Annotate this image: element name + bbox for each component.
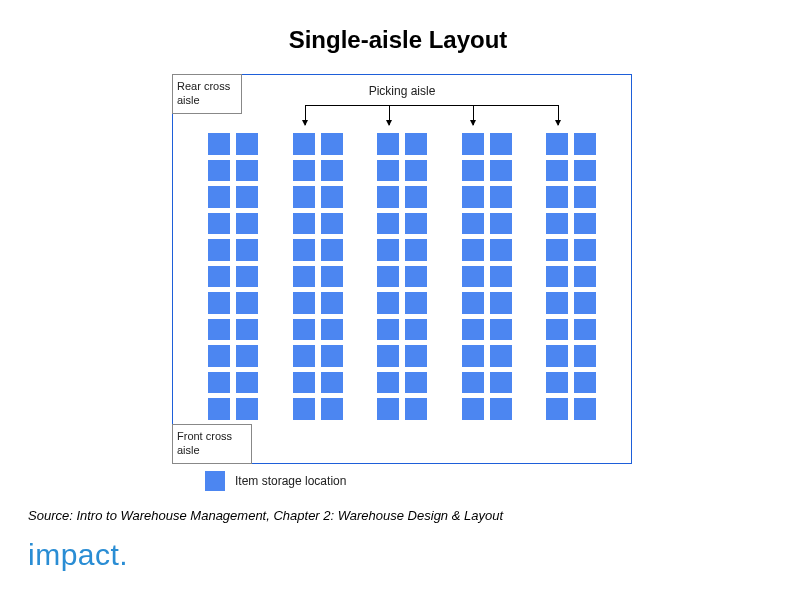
storage-cell — [573, 371, 597, 395]
storage-cell — [461, 212, 485, 236]
storage-cell — [461, 344, 485, 368]
storage-cell — [545, 397, 569, 421]
storage-cell — [573, 132, 597, 156]
storage-cell — [292, 397, 316, 421]
rack — [292, 132, 344, 421]
storage-cell — [573, 265, 597, 289]
storage-cell — [461, 318, 485, 342]
rack-column — [461, 132, 485, 421]
storage-cell — [545, 159, 569, 183]
storage-cell — [376, 159, 400, 183]
storage-cell — [207, 397, 231, 421]
storage-cell — [545, 212, 569, 236]
storage-cell — [489, 344, 513, 368]
arrow-down-icon — [473, 105, 474, 125]
storage-cell — [545, 238, 569, 262]
storage-cell — [292, 371, 316, 395]
storage-cell — [207, 291, 231, 315]
storage-cell — [320, 185, 344, 209]
storage-cell — [207, 132, 231, 156]
storage-cell — [404, 159, 428, 183]
storage-cell — [489, 185, 513, 209]
storage-cell — [573, 397, 597, 421]
storage-cell — [404, 185, 428, 209]
rack-column — [545, 132, 569, 421]
legend-label: Item storage location — [235, 474, 346, 488]
storage-cell — [573, 318, 597, 342]
storage-cell — [376, 212, 400, 236]
storage-cell — [207, 371, 231, 395]
storage-cell — [404, 344, 428, 368]
storage-cell — [573, 238, 597, 262]
storage-cell — [320, 291, 344, 315]
rack-column — [235, 132, 259, 421]
storage-cell — [461, 397, 485, 421]
storage-cell — [320, 212, 344, 236]
page-title: Single-aisle Layout — [0, 0, 796, 70]
storage-cell — [404, 371, 428, 395]
legend-swatch — [205, 471, 225, 491]
arrow-horizontal-line — [305, 105, 559, 106]
storage-cell — [489, 318, 513, 342]
storage-cell — [376, 397, 400, 421]
storage-cell — [320, 371, 344, 395]
storage-cell — [489, 371, 513, 395]
storage-cell — [292, 291, 316, 315]
storage-cell — [461, 159, 485, 183]
storage-cell — [207, 238, 231, 262]
storage-cell — [207, 265, 231, 289]
storage-cell — [489, 238, 513, 262]
storage-cell — [461, 265, 485, 289]
rack — [545, 132, 597, 421]
picking-aisle-label: Picking aisle — [369, 84, 436, 98]
storage-cell — [489, 132, 513, 156]
rack-column — [404, 132, 428, 421]
storage-cell — [235, 265, 259, 289]
storage-cell — [573, 291, 597, 315]
storage-cell — [376, 132, 400, 156]
storage-cell — [235, 397, 259, 421]
storage-cell — [376, 371, 400, 395]
front-cross-aisle-label: Front cross aisle — [172, 424, 252, 464]
storage-cell — [376, 291, 400, 315]
storage-cell — [235, 185, 259, 209]
storage-cell — [573, 185, 597, 209]
storage-cell — [404, 212, 428, 236]
storage-cell — [235, 318, 259, 342]
storage-cell — [235, 291, 259, 315]
rack — [207, 132, 259, 421]
storage-cell — [404, 265, 428, 289]
storage-cell — [489, 291, 513, 315]
storage-cell — [292, 159, 316, 183]
rack-column — [376, 132, 400, 421]
storage-cell — [292, 212, 316, 236]
storage-cell — [404, 291, 428, 315]
storage-cell — [573, 344, 597, 368]
storage-cell — [207, 185, 231, 209]
storage-cell — [320, 344, 344, 368]
storage-cell — [320, 397, 344, 421]
rack-column — [489, 132, 513, 421]
storage-cell — [207, 344, 231, 368]
storage-cell — [292, 185, 316, 209]
storage-cell — [489, 397, 513, 421]
storage-cell — [235, 371, 259, 395]
storage-cell — [573, 159, 597, 183]
storage-cell — [404, 238, 428, 262]
storage-cell — [545, 265, 569, 289]
warehouse-diagram: Rear cross aisle Front cross aisle Picki… — [172, 74, 632, 464]
arrow-down-icon — [558, 105, 559, 125]
storage-cell — [320, 132, 344, 156]
brand-logo: impact. — [28, 538, 128, 572]
storage-cell — [320, 238, 344, 262]
storage-racks — [207, 132, 597, 421]
storage-cell — [292, 318, 316, 342]
storage-cell — [235, 159, 259, 183]
storage-cell — [573, 212, 597, 236]
storage-cell — [545, 318, 569, 342]
storage-cell — [545, 371, 569, 395]
storage-cell — [461, 291, 485, 315]
storage-cell — [545, 185, 569, 209]
storage-cell — [235, 132, 259, 156]
arrow-down-icon — [305, 105, 306, 125]
